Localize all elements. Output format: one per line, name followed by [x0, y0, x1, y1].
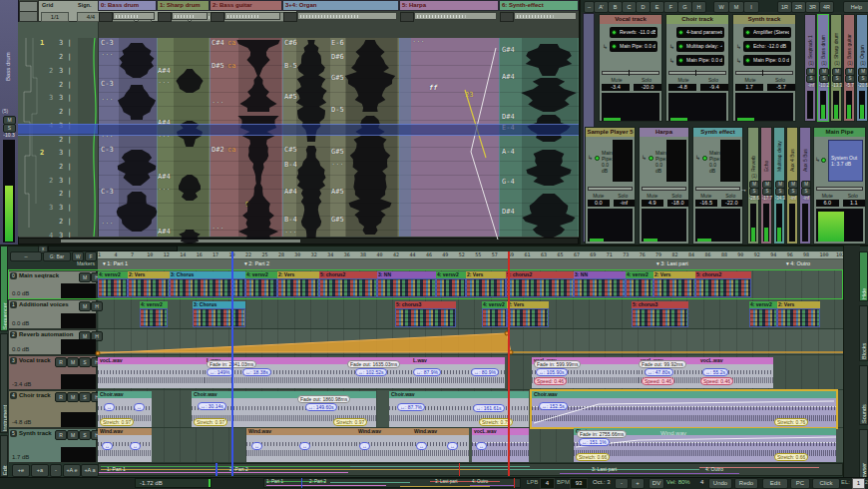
- tracker-note[interactable]: C-3: [101, 146, 114, 154]
- mute-value[interactable]: -16.5: [695, 200, 717, 207]
- mixer-vstrip-solo[interactable]: S: [775, 188, 785, 196]
- track-volume-slider-1[interactable]: [172, 12, 208, 20]
- track-pan-box-5[interactable]: [500, 12, 514, 22]
- mixer-vstrip-r1-0[interactable]: Seqtrack 1(1)MS-inf: [804, 14, 816, 122]
- tracker-note[interactable]: C-3: [101, 80, 114, 88]
- track-pan-box-2[interactable]: [211, 12, 224, 22]
- seqtrack-button-h[interactable]: H: [91, 301, 103, 311]
- mixer-strip-slider[interactable]: [735, 71, 793, 75]
- mixer-vstrip-solo[interactable]: S: [819, 75, 829, 83]
- timeline-row-2[interactable]: [98, 329, 843, 355]
- mixer-tab-E[interactable]: E: [650, 1, 664, 13]
- mixer-vstrip-r2-2[interactable]: Multitap delayMS-34.3: [773, 127, 785, 244]
- tracker-note[interactable]: A-4: [502, 148, 515, 156]
- seq-block-main[interactable]: 5: chorus2: [695, 271, 751, 297]
- left-tab-instrument[interactable]: Instrument: [0, 333, 8, 433]
- mixer-strip-title[interactable]: Vocal track: [600, 15, 661, 24]
- tracker-note[interactable]: C-3: [101, 188, 114, 196]
- tracker-note[interactable]: ···: [412, 38, 425, 46]
- track-header-0[interactable]: 0: Bass drum: [98, 0, 157, 11]
- plugin-led-icon[interactable]: [745, 44, 750, 49]
- seqtrack-button-r[interactable]: R: [55, 392, 67, 402]
- track-header-3[interactable]: 3+4: Organ: [282, 0, 399, 11]
- track-pan-box-3[interactable]: [283, 12, 297, 22]
- plugin-slot[interactable]: Main Pipe: 0.0 dB: [743, 55, 791, 66]
- plugin-led-icon[interactable]: [678, 30, 683, 35]
- seq-block-main[interactable]: 4: versv2: [626, 271, 653, 297]
- mixer-strip-slider[interactable]: [816, 187, 863, 191]
- mixer-vstrip-solo[interactable]: S: [832, 75, 842, 83]
- track-pan-box-4[interactable]: [400, 12, 414, 22]
- mixer-strip-title[interactable]: Choir track: [666, 15, 728, 24]
- lpb-value[interactable]: 4: [540, 478, 555, 489]
- mixer-tab-4R[interactable]: 4R: [819, 1, 834, 13]
- nav-button-0[interactable]: +e: [12, 464, 30, 477]
- track-volume-slider-2[interactable]: [224, 12, 280, 20]
- solo-value[interactable]: -18.0: [667, 200, 689, 207]
- left-tab-sequencer[interactable]: Sequencer: [0, 245, 8, 331]
- tracker-note[interactable]: ca: [227, 62, 235, 70]
- mixer-strip-title[interactable]: Synth track: [733, 15, 795, 24]
- track-header-1[interactable]: 1: Sharp drum: [157, 0, 210, 11]
- mute-value[interactable]: 1.7: [735, 84, 763, 91]
- tracker-note[interactable]: ···: [101, 51, 114, 59]
- tracker-note[interactable]: ···: [284, 229, 297, 237]
- playhead-red[interactable]: [508, 251, 510, 476]
- seqtrack-button-s[interactable]: S: [79, 357, 91, 367]
- tracker-note[interactable]: A#4: [158, 173, 171, 181]
- mixer-vstrip-r1-4[interactable]: Organ(1)MS-20.6: [856, 14, 868, 122]
- tracker-note[interactable]: C-3: [101, 39, 114, 47]
- tracker-note[interactable]: D#4: [502, 208, 515, 216]
- mute-value[interactable]: 0.0: [588, 200, 610, 207]
- left-tab-edit[interactable]: Edit: [0, 435, 8, 477]
- tracker-note[interactable]: B-4: [284, 161, 297, 169]
- seq-block-additional[interactable]: 3: Chorus: [193, 301, 245, 327]
- seqtrack-volume[interactable]: 0.0 dB: [12, 320, 29, 326]
- mixer-tab-3R[interactable]: 3R: [805, 1, 820, 13]
- editor-corner-button-bottom[interactable]: [19, 11, 38, 22]
- seqtrack-header-1[interactable]: 1Additional voicesHM0.0 dB: [8, 299, 97, 329]
- seqtrack-volume[interactable]: 1.7 dB: [12, 454, 29, 460]
- tracker-note[interactable]: ···: [158, 186, 171, 194]
- mute-value[interactable]: 4.9: [642, 200, 663, 207]
- mixer-strip-title[interactable]: Main Pipe: [814, 128, 865, 137]
- mixer-vstrip-solo[interactable]: S: [801, 188, 811, 196]
- pc-button[interactable]: PC: [790, 478, 810, 489]
- track-volume-slider-5[interactable]: [514, 12, 577, 20]
- mixer-tab-2R[interactable]: 2R: [791, 1, 806, 13]
- seq-audio-vocal[interactable]: vocL.wav: [98, 357, 205, 388]
- mute-value[interactable]: -3.4: [602, 84, 630, 91]
- seqtrack-button-m[interactable]: M: [79, 301, 91, 311]
- right-tab-blocks[interactable]: Blocks: [859, 305, 868, 361]
- mixer-vstrip-r1-3[interactable]: Bass guitar(1)MS-5.7: [843, 14, 855, 122]
- mixer-vstrip-solo[interactable]: S: [845, 75, 855, 83]
- tracker-note[interactable]: D#2: [212, 146, 224, 154]
- tracker-note[interactable]: D#5: [212, 62, 224, 70]
- mixer-strip-slider[interactable]: [602, 71, 659, 75]
- seq-block-main[interactable]: 3: NN: [574, 271, 626, 297]
- mixer-vstrip-value[interactable]: -20.6: [855, 83, 868, 88]
- nav-button-1[interactable]: +a: [31, 464, 49, 477]
- seq-block-main[interactable]: 2: Vers: [277, 271, 319, 297]
- seq-block-main[interactable]: 2: Vers: [653, 271, 695, 297]
- velocity-indicator[interactable]: Vel: 80%: [666, 479, 690, 485]
- seq-block-main[interactable]: 3: Chorus: [170, 271, 245, 297]
- right-tab-sounds[interactable]: Sounds: [859, 365, 868, 425]
- mixer-strip-title[interactable]: Synth effect: [693, 128, 742, 137]
- seqtrack-button-s[interactable]: S: [79, 430, 91, 440]
- mixer-vstrip-solo[interactable]: S: [749, 188, 759, 196]
- mixer-vstrip-solo[interactable]: S: [858, 75, 868, 83]
- track-column-4[interactable]: [399, 38, 499, 237]
- track-header-2[interactable]: 2: Bass guitar: [210, 0, 282, 11]
- editor-hscrollbar[interactable]: [18, 238, 579, 244]
- tracker-note[interactable]: ca: [227, 146, 235, 154]
- seqtrack-header-2[interactable]: 2Reverb automationHM0.0 dB: [8, 329, 97, 355]
- mixer-strip-slider[interactable]: [695, 187, 740, 191]
- mixer-tab-B[interactable]: B: [608, 1, 623, 13]
- mixer-tab-F[interactable]: F: [663, 1, 678, 13]
- tracker-note[interactable]: ···: [331, 161, 344, 169]
- mixer-tab-C[interactable]: C: [622, 1, 637, 13]
- plugin-display[interactable]: [613, 140, 633, 182]
- sequencer-menu-button[interactable]: –: [10, 251, 42, 261]
- mixer-vstrip-solo[interactable]: S: [806, 75, 816, 83]
